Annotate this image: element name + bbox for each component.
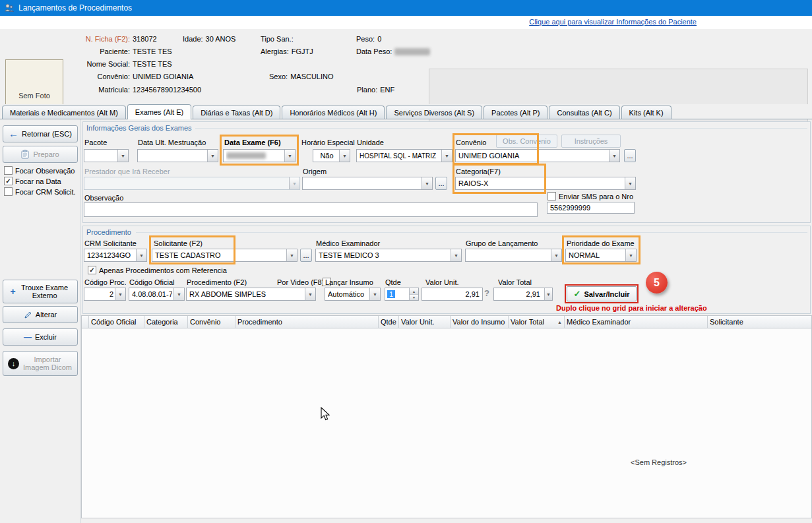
grid-header-medico[interactable]: Médico Examinador	[565, 316, 708, 328]
chevron-down-icon: ▼	[115, 288, 125, 300]
codigo-proc-select[interactable]: 2 ▼	[84, 288, 126, 301]
enviar-sms-checkbox[interactable]: Enviar SMS para o Nro	[547, 192, 633, 200]
focar-na-data-checkbox[interactable]: ✓ Focar na Data	[4, 177, 61, 185]
retornar-label: Retornar (ESC)	[22, 130, 72, 138]
sms-number-value: 5562999999	[550, 204, 590, 212]
pacote-select[interactable]: ▼	[84, 149, 129, 162]
solicitante-select[interactable]: TESTE CADASTRO ▼	[152, 249, 297, 262]
salvar-incluir-button[interactable]: ✓ Salvar/Incluir	[567, 286, 637, 301]
focar-observacao-checkbox[interactable]: Focar Observação	[4, 166, 75, 175]
preparo-button[interactable]: Preparo	[3, 146, 78, 163]
focar-observacao-label: Focar Observação	[15, 167, 75, 175]
tab-diarias[interactable]: Diárias e Taxas (Alt D)	[193, 106, 280, 119]
categoria-value: RAIOS-X	[458, 177, 623, 189]
header-label: Solicitante	[710, 318, 743, 326]
procedures-grid[interactable]: Código Oficial Categoria Convênio Proced…	[81, 315, 812, 518]
grid-header-codigo-oficial[interactable]: Código Oficial	[89, 316, 144, 328]
peso-value: 0	[377, 35, 381, 43]
unidade-select[interactable]: HOSPITAL SQL - MATRIZ ▼	[356, 149, 453, 162]
categoria-select[interactable]: RAIOS-X ▼	[455, 177, 636, 190]
enviar-sms-label: Enviar SMS para o Nro	[559, 193, 633, 200]
patient-datapeso-row: Data Peso:	[356, 47, 430, 55]
grid-header-convenio[interactable]: Convênio	[188, 316, 235, 328]
tab-exames[interactable]: Exames (Alt E)	[127, 104, 191, 119]
convenio-exame-select[interactable]: UNIMED GOIANIA ▼	[455, 149, 620, 162]
patient-alergias-row: Alergias: FGJTJ	[261, 47, 313, 55]
stepper-down-icon[interactable]: ▾	[410, 295, 418, 301]
qtde-stepper[interactable]: 1 ▴ ▾	[385, 288, 419, 301]
grid-header-categoria[interactable]: Categoria	[144, 316, 188, 328]
patient-idade-row: Idade: 30 ANOS	[183, 35, 235, 43]
header-label: Valor Total	[511, 318, 544, 326]
convenio-ellipsis-button[interactable]: ...	[624, 149, 636, 162]
data-ult-value	[141, 150, 206, 162]
trouxe-exame-externo-button[interactable]: + Trouxe Exame Externo	[3, 280, 78, 303]
grid-header-valor-insumo[interactable]: Valor do Insumo	[451, 316, 509, 328]
data-ult-select[interactable]: ▼	[137, 149, 218, 162]
tab-materiais[interactable]: Materiais e Medicamentos (Alt M)	[2, 106, 126, 119]
tab-pacotes[interactable]: Pacotes (Alt P)	[484, 106, 547, 119]
prioridade-select[interactable]: NORMAL ▼	[565, 249, 637, 262]
medico-examinador-select[interactable]: TESTE MEDICO 3 ▼	[315, 249, 462, 262]
tab-honorarios[interactable]: Honorários Médicos (Alt H)	[282, 106, 385, 119]
prestador-select[interactable]: ▼	[84, 177, 300, 190]
observacao-input[interactable]	[84, 202, 538, 217]
horario-especial-select[interactable]: Não ▼	[313, 149, 350, 162]
grupo-lancamento-select[interactable]: ▼	[465, 249, 562, 262]
importar-dicom-button[interactable]: ↓ Importar Imagem Dicom	[3, 351, 78, 376]
chevron-down-icon: ▼	[289, 177, 299, 189]
tab-consultas[interactable]: Consultas (Alt C)	[549, 106, 619, 119]
grid-header-solicitante[interactable]: Solicitante	[708, 316, 812, 328]
matricula-label: Matricula:	[54, 86, 130, 94]
instrucoes-button[interactable]: Instruções	[561, 135, 621, 148]
title-bar: Lançamentos de Procedimentos	[0, 0, 812, 16]
lancar-insumo-label: Lançar Insumo	[325, 278, 373, 286]
stepper-up-icon[interactable]: ▴	[410, 288, 418, 295]
solicitante-ellipsis-button[interactable]: ...	[300, 249, 312, 262]
retornar-button[interactable]: ← Retornar (ESC)	[3, 125, 78, 142]
valor-unit-input[interactable]: 2,91	[422, 288, 483, 301]
alterar-label: Alterar	[36, 311, 57, 319]
apenas-referencia-label: Apenas Procedimentos com Referencia	[99, 266, 227, 274]
origem-ellipsis-button[interactable]: ...	[435, 177, 447, 190]
patient-ficha-row: N. Ficha (F2): 318072	[54, 35, 157, 43]
focar-crm-checkbox[interactable]: Focar CRM Solicit.	[4, 187, 76, 196]
header-label: Código Oficial	[91, 318, 136, 326]
check-icon: ✓	[574, 289, 581, 299]
matricula-value: 12345678901234500	[133, 86, 201, 94]
patient-name-row: Paciente: TESTE TES	[54, 47, 172, 55]
stepper-buttons[interactable]: ▴ ▾	[409, 288, 418, 300]
qtde-label: Qtde	[385, 278, 401, 286]
origem-select[interactable]: ▼	[302, 177, 433, 190]
procedimento-select[interactable]: RX ABDOME SIMPLES ▼	[186, 288, 316, 301]
grupo-lancamento-value	[468, 249, 549, 261]
patient-info-link[interactable]: Clique aqui para visualizar Informações …	[529, 18, 697, 26]
nome-social-label: Nome Social:	[54, 60, 130, 68]
crm-solicitante-label: CRM Solicitante	[84, 239, 137, 247]
mouse-cursor	[321, 407, 330, 421]
valor-unit-value: 2,91	[466, 290, 480, 298]
valor-total-field[interactable]: 2,91 ▼	[493, 288, 553, 301]
lancar-insumo-select[interactable]: Automático ▼	[325, 288, 381, 301]
codigo-oficial-select[interactable]: 4.08.08.01-7 ▼	[129, 288, 185, 301]
qtde-value-area: 1	[387, 288, 408, 300]
tab-kits[interactable]: Kits (Alt K)	[621, 106, 671, 119]
grid-header-procedimento[interactable]: Procedimento	[235, 316, 379, 328]
obs-convenio-button[interactable]: Obs. Convenio	[496, 135, 557, 148]
crm-solicitante-select[interactable]: 12341234GO ▼	[84, 249, 147, 262]
valor-total-label: Valor Total	[498, 278, 532, 286]
alergias-value: FGJTJ	[292, 47, 313, 55]
grid-header-qtde[interactable]: Qtde	[379, 316, 399, 328]
alterar-button[interactable]: Alterar	[3, 306, 78, 323]
apenas-referencia-checkbox[interactable]: ✓ Apenas Procedimentos com Referencia	[88, 266, 227, 274]
grid-header-valor-unit[interactable]: Valor Unit.	[399, 316, 451, 328]
excluir-button[interactable]: — Excluir	[3, 328, 78, 346]
clipboard-icon	[21, 150, 30, 159]
tab-servicos[interactable]: Serviços Diversos (Alt S)	[386, 106, 482, 119]
data-exame-select[interactable]: ▼	[223, 149, 296, 162]
chevron-down-icon: ▼	[207, 150, 218, 162]
sms-number-input[interactable]: 5562999999	[547, 202, 635, 214]
grid-empty-message: <Sem Registros>	[631, 458, 687, 466]
origem-label: Origem	[303, 168, 327, 175]
grid-header-valor-total[interactable]: Valor Total▲	[509, 316, 565, 328]
